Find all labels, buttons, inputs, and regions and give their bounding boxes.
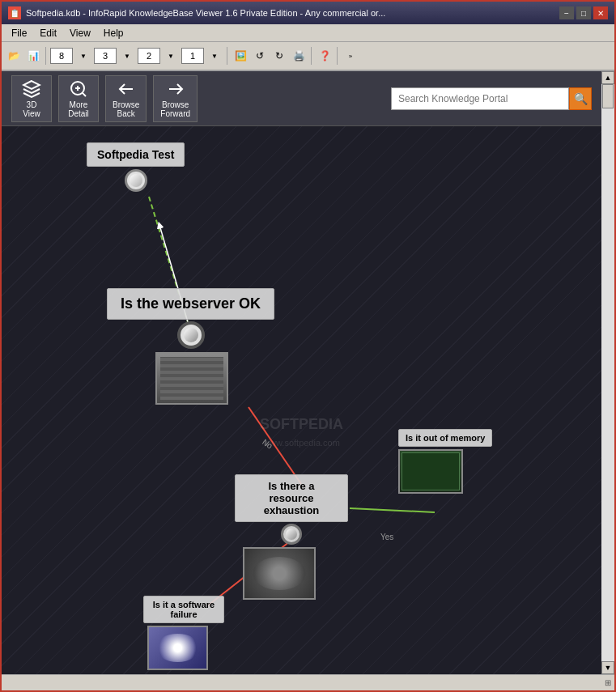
title-bar: 📋 Softpedia.kdb - InfoRapid KnowledgeBas… (2, 2, 614, 24)
main-window: 📋 Softpedia.kdb - InfoRapid KnowledgeBas… (0, 0, 616, 692)
search-button[interactable]: 🔍 (569, 87, 592, 110)
rotate-right-button[interactable]: ↻ (270, 47, 288, 65)
softpedia-test-label: Softpedia Test (87, 142, 185, 167)
toolbar-action-group: 🖼️ ↺ ↻ 🖨️ (232, 47, 312, 65)
dropdown-1[interactable]: ▼ (206, 47, 223, 65)
browse-forward-button[interactable]: Browse Forward (153, 75, 198, 122)
resource-exhaustion-node[interactable]: Is there a resource exhaustion (235, 474, 348, 600)
server-image-container (155, 352, 274, 405)
fan-image-container (243, 547, 348, 600)
search-input[interactable] (391, 87, 569, 110)
out-of-memory-node[interactable]: Is it out of memory (398, 429, 492, 494)
browse-forward-label: Browse Forward (160, 100, 190, 118)
toolbar-level-group: ▼ ▼ ▼ ▼ (50, 47, 227, 65)
minimize-button[interactable]: − (559, 6, 574, 19)
maximize-button[interactable]: □ (576, 6, 591, 19)
cd-image-container (147, 626, 224, 670)
out-of-memory-label: Is it out of memory (398, 429, 492, 447)
webserver-ok-label: Is the webserver OK (107, 288, 274, 320)
software-failure-node[interactable]: Is it a software failure (143, 596, 224, 670)
toolbar: 📂 📊 ▼ ▼ ▼ ▼ 🖼️ ↺ ↻ 🖨️ ❓ » (2, 42, 614, 71)
fan-image (243, 547, 316, 600)
resource-exhaustion-label: Is there a resource exhaustion (235, 474, 348, 522)
more-detail-button[interactable]: More Detail (58, 75, 99, 122)
softpedia-test-node[interactable]: Softpedia Test (87, 142, 185, 192)
browse-back-label: Browse Back (113, 100, 139, 118)
rotate-left-button[interactable]: ↺ (251, 47, 269, 65)
chart-button[interactable]: 📊 (24, 47, 42, 65)
arrow-left-icon (117, 79, 136, 99)
toolbar-expand[interactable]: » (342, 47, 359, 65)
status-bar: ⊞ (2, 674, 614, 690)
title-bar-left: 📋 Softpedia.kdb - InfoRapid KnowledgeBas… (8, 6, 385, 19)
server-image (155, 352, 228, 405)
scroll-down-button[interactable]: ▼ (601, 661, 614, 674)
level-1-input[interactable] (181, 48, 204, 64)
3d-view-button[interactable]: 3D View (11, 75, 52, 122)
webserver-connector (177, 321, 205, 349)
menu-help[interactable]: Help (97, 26, 130, 40)
close-button[interactable]: ✕ (593, 6, 608, 19)
board-image (398, 449, 463, 494)
resource-connector (281, 524, 302, 545)
webserver-connector-inner (184, 328, 198, 342)
search-box: 🔍 (391, 87, 592, 110)
level-2-input[interactable] (138, 48, 160, 64)
canvas-toolbar: 3D View More Detail (2, 71, 601, 126)
window-controls: − □ ✕ (559, 6, 608, 19)
resize-grip: ⊞ (605, 678, 611, 687)
print-preview-button[interactable]: 🖼️ (232, 47, 249, 65)
canvas-area: 3D View More Detail (2, 71, 601, 674)
menu-view[interactable]: View (63, 26, 97, 40)
webserver-ok-node[interactable]: Is the webserver OK (107, 288, 274, 405)
more-detail-label: More Detail (68, 100, 89, 118)
3d-view-icon (22, 79, 41, 99)
main-area: 3D View More Detail (2, 71, 614, 674)
svg-line-1 (83, 92, 86, 96)
vertical-scrollbar: ▲ ▼ (601, 71, 614, 674)
help-button[interactable]: ❓ (316, 47, 333, 65)
arrow-right-icon (166, 79, 185, 99)
cd-image (147, 626, 208, 670)
browse-back-button[interactable]: Browse Back (105, 75, 147, 122)
toolbar-file-group: 📂 📊 (5, 47, 46, 65)
software-failure-label: Is it a software failure (143, 596, 224, 623)
dropdown-3[interactable]: ▼ (118, 47, 136, 65)
scroll-track[interactable] (601, 84, 614, 661)
connector-inner (130, 174, 142, 187)
menu-bar: File Edit View Help (2, 24, 614, 42)
printer-button[interactable]: 🖨️ (290, 47, 308, 65)
board-image-container (398, 449, 492, 494)
softpedia-test-connector (125, 169, 147, 192)
dropdown-8[interactable]: ▼ (74, 47, 92, 65)
menu-file[interactable]: File (5, 26, 33, 40)
search-icon: 🔍 (574, 92, 588, 105)
scroll-thumb[interactable] (602, 84, 614, 108)
level-3-input[interactable] (94, 48, 117, 64)
3d-view-label: 3D View (23, 100, 40, 118)
menu-edit[interactable]: Edit (33, 26, 63, 40)
open-folder-button[interactable]: 📂 (5, 47, 23, 65)
resource-connector-inner (286, 529, 297, 540)
level-8-input[interactable] (50, 48, 73, 64)
dropdown-2[interactable]: ▼ (162, 47, 180, 65)
scroll-up-button[interactable]: ▲ (601, 71, 614, 84)
zoom-in-icon (69, 79, 88, 99)
toolbar-help-group: ❓ (316, 47, 338, 65)
window-title: Softpedia.kdb - InfoRapid KnowledgeBase … (26, 8, 385, 18)
app-icon: 📋 (8, 6, 21, 19)
